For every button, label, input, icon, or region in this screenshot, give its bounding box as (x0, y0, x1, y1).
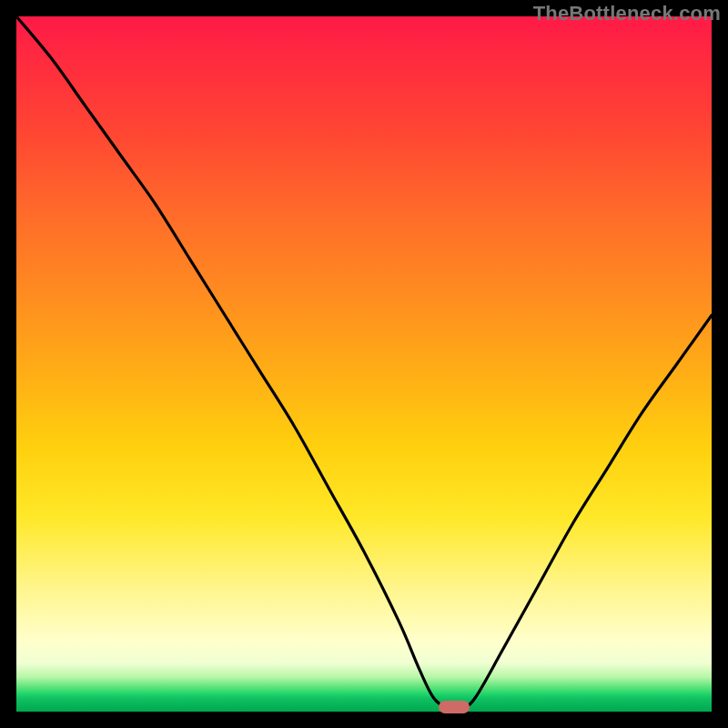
bottleneck-curve (16, 16, 712, 712)
chart-frame: TheBottleneck.com (0, 0, 728, 728)
watermark-text: TheBottleneck.com (533, 2, 721, 25)
plot-area (16, 16, 712, 712)
optimal-marker (439, 701, 470, 713)
